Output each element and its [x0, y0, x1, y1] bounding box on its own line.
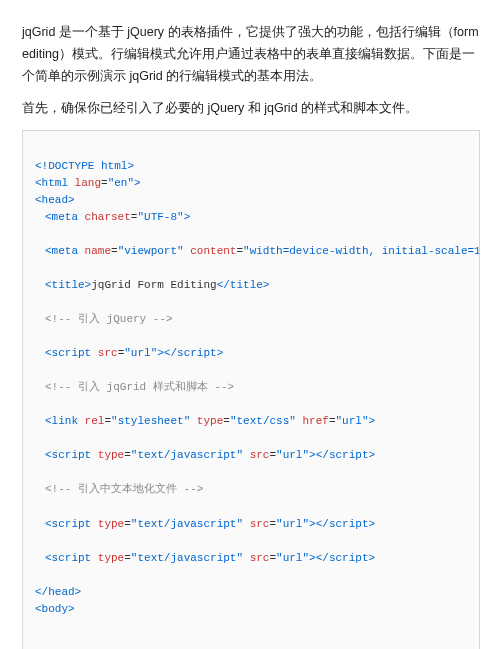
code-line: <link rel="stylesheet" type="text/css" h…: [35, 413, 467, 430]
code-line: <meta name="viewport" content="width=dev…: [35, 243, 467, 260]
code-line: <meta charset="UTF-8">: [35, 209, 467, 226]
code-line: <!-- 引入 jQuery -->: [35, 311, 467, 328]
code-block: <!DOCTYPE html> <html lang="en"> <head> …: [22, 130, 480, 650]
code-line: <body>: [35, 603, 75, 615]
code-line: <!-- 引入中文本地化文件 -->: [35, 481, 467, 498]
code-line: <html lang="en">: [35, 177, 141, 189]
code-line: <script type="text/javascript" src="url"…: [35, 516, 467, 533]
code-line: <head>: [35, 194, 75, 206]
code-line: <title>jqGrid Form Editing</title>: [35, 277, 467, 294]
intro-paragraph-2: 首先，确保你已经引入了必要的 jQuery 和 jqGrid 的样式和脚本文件。: [22, 98, 480, 120]
intro-paragraph-1: jqGrid 是一个基于 jQuery 的表格插件，它提供了强大的功能，包括行编…: [22, 22, 480, 88]
code-line: <script type="text/javascript" src="url"…: [35, 447, 467, 464]
code-line: </head>: [35, 586, 81, 598]
code-line: <!DOCTYPE html>: [35, 160, 134, 172]
code-line: <!-- 引入 jqGrid 样式和脚本 -->: [35, 379, 467, 396]
code-line: <script type="text/javascript" src="url"…: [35, 550, 467, 567]
code-line: <script src="url"></script>: [35, 345, 467, 362]
